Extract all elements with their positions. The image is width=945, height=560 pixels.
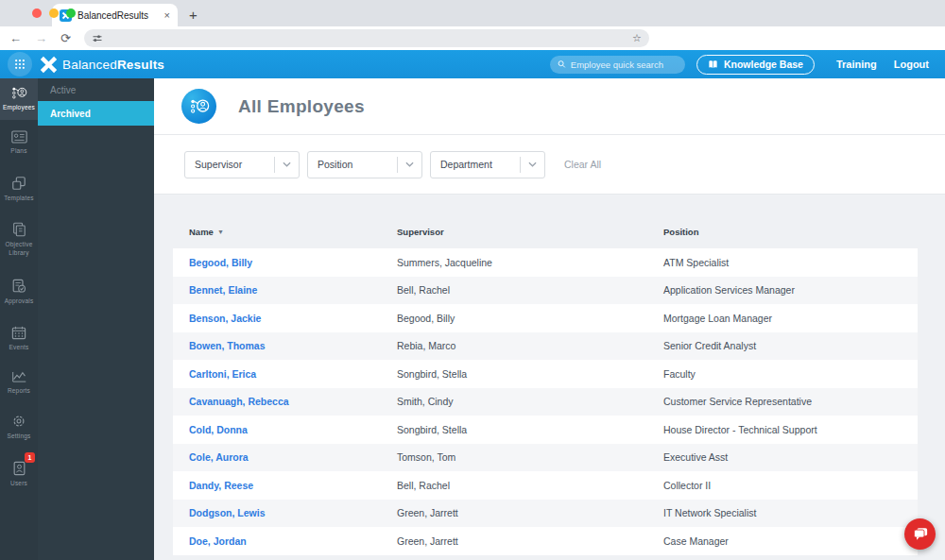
position-cell: ATM Specialist (647, 257, 918, 268)
sidebar-item-approvals[interactable]: Approvals (0, 267, 38, 316)
employee-link[interactable]: Cold, Donna (189, 424, 248, 435)
employee-link[interactable]: Begood, Billy (189, 257, 252, 268)
supervisor-cell: Bell, Rachel (381, 284, 647, 296)
submenu-item-active[interactable]: Active (38, 78, 154, 101)
page-title: All Employees (238, 96, 365, 117)
new-tab-button[interactable]: + (189, 7, 198, 23)
supervisor-cell: Summers, Jacqueline (381, 257, 647, 268)
sidebar-item-reports[interactable]: Reports (0, 361, 38, 405)
supervisor-cell: Bell, Rachel (381, 480, 647, 491)
reload-icon[interactable]: ⟳ (60, 32, 71, 44)
employees-table: Name▼ Supervisor Position Begood, Billy … (154, 194, 945, 560)
knowledge-base-label: Knowledge Base (724, 59, 803, 70)
employee-link[interactable]: Dandy, Reese (189, 480, 253, 491)
sidebar-item-users[interactable]: 1 Users (0, 450, 38, 499)
plans-icon (11, 130, 27, 144)
minimize-window-button[interactable] (49, 8, 59, 18)
employee-link[interactable]: Cavanuagh, Rebecca (189, 396, 289, 407)
sidebar-item-label: Reports (8, 387, 30, 396)
window-controls[interactable] (32, 8, 76, 18)
position-cell: Executive Asst (647, 451, 918, 463)
supervisor-cell: Songbird, Stella (381, 368, 647, 380)
all-employees-icon (181, 89, 216, 124)
column-header-name[interactable]: Name▼ (173, 227, 381, 237)
sidebar-item-label: Approvals (5, 297, 34, 306)
clear-all-filters-link[interactable]: Clear All (564, 159, 601, 170)
employee-link[interactable]: Bowen, Thomas (189, 340, 266, 351)
events-icon (11, 326, 26, 340)
search-icon (558, 59, 566, 69)
sidebar-item-plans[interactable]: Plans (0, 120, 38, 165)
logout-link[interactable]: Logout (894, 59, 929, 70)
supervisor-cell: Songbird, Stella (381, 424, 647, 435)
employee-link[interactable]: Benson, Jackie (189, 313, 261, 324)
table-row: Doe, Jordan Green, Jarrett Case Manager (173, 527, 918, 555)
sidebar-item-label: Employees (3, 104, 35, 112)
table-row: Cold, Donna Songbird, Stella House Direc… (173, 416, 918, 444)
supervisor-cell: Tomson, Tom (381, 451, 647, 463)
sidebar-item-templates[interactable]: Templates (0, 165, 38, 212)
table-row: Cavanuagh, Rebecca Smith, Cindy Customer… (173, 388, 918, 416)
sidebar-item-label: Users (10, 480, 27, 488)
position-cell: Application Services Manager (647, 284, 918, 296)
users-icon (12, 461, 26, 476)
search-input[interactable] (571, 59, 678, 70)
app-grid-icon[interactable] (8, 52, 32, 76)
chevron-down-icon (275, 161, 299, 167)
tune-icon (92, 33, 103, 44)
employee-link[interactable]: Bennet, Elaine (189, 284, 257, 296)
chevron-down-icon (398, 161, 421, 167)
employees-submenu: Active Archived (38, 78, 154, 560)
table-row: Dodgson, Lewis Green, Jarrett IT Network… (173, 500, 918, 528)
table-row: Cole, Aurora Tomson, Tom Executive Asst (173, 444, 918, 472)
position-cell: Case Manager (647, 535, 918, 547)
position-cell: Collector II (647, 480, 918, 491)
browser-tab-strip: BalancedResults × + (0, 0, 945, 26)
approvals-icon (11, 279, 26, 294)
employee-link[interactable]: Cole, Aurora (189, 451, 249, 463)
supervisor-cell: Rebia, Marco (381, 340, 647, 351)
employee-link[interactable]: Doe, Jordan (189, 535, 247, 547)
knowledge-base-button[interactable]: Knowledge Base (696, 55, 815, 75)
sidebar-item-objective-library[interactable]: Objective Library (0, 212, 38, 267)
department-filter-dropdown[interactable]: Department (430, 151, 545, 178)
sidebar-item-label: Settings (7, 433, 30, 441)
tab-close-icon[interactable]: × (164, 10, 170, 21)
address-bar[interactable]: ☆ (84, 29, 649, 47)
sidebar-item-settings[interactable]: Settings (0, 405, 38, 450)
sidebar-item-employees[interactable]: Employees (0, 78, 38, 120)
table-row: Bennet, Elaine Bell, Rachel Application … (173, 277, 918, 305)
table-row: Dandy, Reese Bell, Rachel Collector II (173, 471, 918, 500)
employee-link[interactable]: Carltoni, Erica (189, 368, 256, 380)
brand-logo[interactable]: BalancedResults (40, 56, 164, 74)
employee-quick-search[interactable] (550, 56, 685, 74)
table-row: Bowen, Thomas Rebia, Marco Senior Credit… (173, 332, 918, 361)
table-row: Benson, Jackie Begood, Billy Mortgage Lo… (173, 304, 918, 332)
close-window-button[interactable] (32, 8, 42, 18)
position-cell: House Director - Technical Support (647, 424, 918, 435)
forward-icon[interactable]: → (35, 32, 47, 44)
supervisor-cell: Green, Jarrett (381, 535, 647, 547)
column-header-supervisor[interactable]: Supervisor (381, 227, 647, 237)
app-header: BalancedResults Knowledge Base Training … (0, 50, 945, 78)
employee-link[interactable]: Dodgson, Lewis (189, 507, 266, 518)
employees-icon (11, 86, 27, 100)
sidebar-item-events[interactable]: Events (0, 316, 38, 361)
position-cell: Customer Service Representative (647, 396, 918, 407)
bookmark-star-icon[interactable]: ☆ (632, 32, 642, 44)
chat-widget-button[interactable] (904, 518, 936, 550)
submenu-item-archived[interactable]: Archived (38, 101, 154, 126)
brand-name: BalancedResults (62, 58, 164, 72)
supervisor-filter-dropdown[interactable]: Supervisor (184, 151, 300, 178)
training-link[interactable]: Training (836, 59, 877, 70)
position-cell: Faculty (647, 368, 918, 380)
maximize-window-button[interactable] (66, 8, 76, 18)
tab-title: BalancedResults (77, 10, 159, 21)
position-filter-dropdown[interactable]: Position (307, 151, 422, 178)
back-icon[interactable]: ← (9, 32, 22, 44)
main-content: All Employees Supervisor Position Depart… (154, 78, 945, 560)
column-header-position[interactable]: Position (647, 227, 918, 237)
chevron-down-icon (521, 161, 544, 167)
position-cell: IT Network Specialist (647, 507, 918, 518)
table-row: Begood, Billy Summers, Jacqueline ATM Sp… (173, 248, 918, 277)
